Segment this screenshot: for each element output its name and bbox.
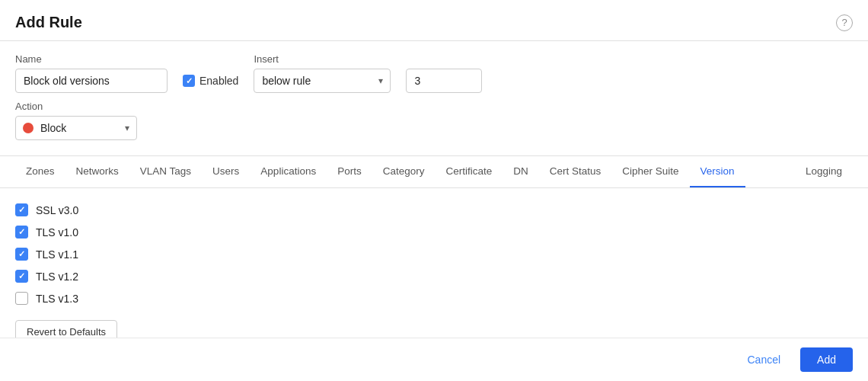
revert-to-defaults-button[interactable]: Revert to Defaults [15,320,117,338]
insert-label: Insert [254,53,391,65]
tls-v11-label: TLS v1.1 [36,248,78,261]
action-dropdown[interactable]: Block Allow Decrypt Monitor [15,116,137,140]
dialog-title: Add Rule [15,14,82,31]
ssl-v3-checkbox[interactable] [15,203,28,216]
tab-category[interactable]: Category [372,156,436,187]
tab-applications[interactable]: Applications [250,156,327,187]
list-item: TLS v1.3 [15,292,853,305]
dialog-header: Add Rule ? [0,0,868,41]
tls-v12-checkbox[interactable] [15,270,28,283]
tab-cipher-suite[interactable]: Cipher Suite [611,156,689,187]
action-label: Action [15,101,137,112]
form-row-name: Name Enabled Insert below rule above rul… [15,53,853,93]
tab-dn[interactable]: DN [503,156,539,187]
insert-number-group [406,53,482,93]
tabs-bar: Zones Networks VLAN Tags Users Applicati… [0,156,868,188]
action-select-wrapper: Block Allow Decrypt Monitor ▾ [15,116,137,140]
insert-group: Insert below rule above rule at top at b… [254,53,391,93]
dialog-footer: Cancel Add [0,338,868,381]
list-item: TLS v1.1 [15,248,853,261]
content-area: SSL v3.0 TLS v1.0 TLS v1.1 TLS v1.2 TLS … [0,188,868,338]
add-rule-dialog: Add Rule ? Name Enabled Insert below rul… [0,0,868,381]
enabled-checkbox[interactable] [183,75,195,87]
cancel-button[interactable]: Cancel [735,347,793,372]
tab-ports[interactable]: Ports [327,156,372,187]
tls-v1-label: TLS v1.0 [36,226,78,239]
tls-v11-checkbox[interactable] [15,248,28,261]
tab-networks[interactable]: Networks [65,156,129,187]
tab-certificate[interactable]: Certificate [435,156,503,187]
tls-v12-label: TLS v1.2 [36,271,78,283]
insert-number-input[interactable] [406,69,482,93]
version-list: SSL v3.0 TLS v1.0 TLS v1.1 TLS v1.2 TLS … [15,203,853,305]
list-item: SSL v3.0 [15,203,853,216]
insert-number-label [406,53,482,65]
tab-users[interactable]: Users [202,156,250,187]
action-row: Action Block Allow Decrypt Monitor ▾ [15,101,853,140]
enabled-label: Enabled [199,75,238,87]
insert-dropdown[interactable]: below rule above rule at top at bottom [254,69,391,93]
tab-zones[interactable]: Zones [15,156,65,187]
tls-v13-checkbox[interactable] [15,292,28,305]
help-icon[interactable]: ? [836,14,853,31]
tab-vlan-tags[interactable]: VLAN Tags [129,156,202,187]
tls-v1-checkbox[interactable] [15,226,28,239]
list-item: TLS v1.2 [15,270,853,283]
add-button[interactable]: Add [800,347,853,372]
enabled-group: Enabled [183,75,238,93]
name-label: Name [15,53,168,65]
list-item: TLS v1.0 [15,226,853,239]
tab-version[interactable]: Version [690,156,745,187]
name-input[interactable] [15,69,168,93]
insert-select-wrapper: below rule above rule at top at bottom [254,69,391,93]
ssl-v3-label: SSL v3.0 [36,204,78,216]
tab-logging[interactable]: Logging [795,156,853,187]
tab-cert-status[interactable]: Cert Status [539,156,612,187]
form-section: Name Enabled Insert below rule above rul… [0,41,868,156]
action-group-form: Action Block Allow Decrypt Monitor ▾ [15,101,137,140]
name-group: Name [15,53,168,93]
tls-v13-label: TLS v1.3 [36,293,78,305]
